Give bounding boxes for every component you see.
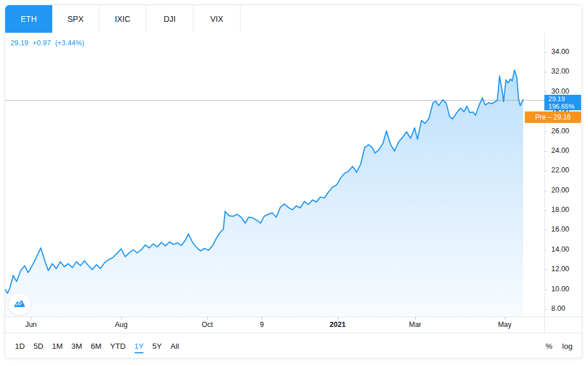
tab-eth[interactable]: ETH [5, 5, 52, 33]
last-price-badge-percent: 196.65% [548, 103, 581, 110]
y-axis-label: 24.00 [551, 147, 569, 155]
premarket-badge: Pre – 29.16 [525, 111, 581, 123]
y-axis-label: 14.00 [551, 245, 569, 253]
price-axis-divider [544, 33, 545, 333]
x-axis-tick [121, 317, 122, 319]
range-1d[interactable]: 1D [15, 342, 25, 350]
last-price-badge-value: 29.19 [548, 95, 581, 103]
x-axis-tick [207, 317, 208, 319]
range-6m[interactable]: 6M [91, 342, 102, 350]
prev-close-line [5, 100, 544, 101]
x-axis-label-may: May [498, 317, 512, 333]
range-buttons: 1D5D1M3M6MYTD1Y5YAll [15, 342, 179, 350]
y-axis-label: 30.00 [551, 87, 569, 95]
tab-ixic[interactable]: IXIC [99, 5, 146, 33]
chart-area-fill [5, 70, 523, 317]
tab-spx[interactable]: SPX [52, 5, 99, 33]
y-axis-label: 34.00 [551, 48, 569, 56]
range-1m[interactable]: 1M [52, 342, 63, 350]
range-5d[interactable]: 5D [33, 342, 43, 350]
y-axis-label: 20.00 [551, 186, 569, 194]
x-axis-label-jun: Jun [25, 317, 37, 333]
y-axis-label: 8.00 [551, 305, 565, 313]
x-axis-tick [31, 317, 32, 319]
mountain-chart-icon [13, 298, 26, 310]
tradingview-logo[interactable] [8, 292, 31, 315]
y-axis-label: 32.00 [551, 67, 569, 75]
x-axis-label-aug: Aug [115, 317, 127, 333]
x-axis-label-2021: 2021 [330, 317, 346, 333]
x-axis-tick [262, 317, 262, 319]
range-1y[interactable]: 1Y [134, 342, 144, 350]
y-axis-label: 22.00 [551, 166, 569, 174]
range-ytd[interactable]: YTD [110, 342, 126, 350]
y-axis-label: 12.00 [551, 265, 569, 273]
quote-summary: 29.19 +0.97 (+3.44%) [10, 39, 87, 47]
x-axis-label-9: 9 [260, 317, 264, 333]
symbol-tabs: ETHSPXIXICDJIVIX [5, 5, 582, 33]
y-axis-label: 18.00 [551, 206, 569, 214]
x-axis-tick [338, 317, 338, 319]
scale-percent-button[interactable]: % [546, 342, 552, 350]
quote-change-percent: (+3.44%) [55, 39, 84, 47]
scale-controls: %log [546, 342, 572, 350]
chart-region[interactable]: 29.19 +0.97 (+3.44%) 34.0032.0030.0028.0… [5, 33, 582, 317]
market-chart-widget: ETHSPXIXICDJIVIX 29.19 +0.97 (+3.44%) 34… [5, 5, 582, 359]
range-5y[interactable]: 5Y [152, 342, 162, 350]
x-axis-tick [415, 317, 416, 319]
range-toolbar: 1D5D1M3M6MYTD1Y5YAll %log [5, 333, 582, 359]
tab-dji[interactable]: DJI [146, 5, 194, 33]
scale-log-button[interactable]: log [562, 342, 572, 350]
x-axis-label-oct: Oct [202, 317, 212, 333]
price-chart[interactable] [5, 33, 544, 317]
x-axis-label-mar: Mar [409, 317, 421, 333]
y-axis-label: 16.00 [551, 225, 569, 233]
price-axis[interactable]: 34.0032.0030.0028.0026.0024.0022.0020.00… [544, 33, 582, 317]
time-axis[interactable]: JunAugOct92021MarMay [5, 317, 582, 333]
y-axis-label: 10.00 [551, 285, 569, 293]
tab-vix[interactable]: VIX [194, 5, 241, 33]
quote-change: +0.97 [33, 39, 51, 47]
last-price-badge: 29.19 196.65% [544, 95, 581, 110]
page: ETHSPXIXICDJIVIX 29.19 +0.97 (+3.44%) 34… [0, 0, 588, 366]
range-3m[interactable]: 3M [71, 342, 82, 350]
x-axis-tick [505, 317, 505, 319]
y-axis-label: 26.00 [551, 127, 569, 135]
range-all[interactable]: All [171, 342, 179, 350]
quote-last-price: 29.19 [10, 39, 28, 47]
